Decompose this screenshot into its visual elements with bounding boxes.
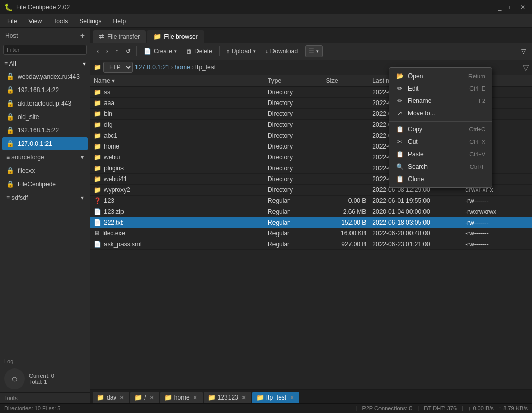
col-header-type[interactable]: Type <box>265 75 323 87</box>
sidebar-item-filecentipede[interactable]: 🔒 FileCentipede <box>2 178 88 190</box>
sidebar-add-button[interactable]: + <box>80 31 85 40</box>
shield-icon-2: 🔒 <box>6 86 14 94</box>
file-name-cell: 📁 abc1 <box>90 130 265 141</box>
ctx-open[interactable]: 📂 Open Return <box>389 70 492 82</box>
tab-file-browser[interactable]: 📁 File browser <box>147 30 204 43</box>
breadcrumb-root[interactable]: 127.0.0.1:21 <box>135 64 170 71</box>
file-modified-cell: 2022-06-01 19:55:00 <box>369 196 462 207</box>
breadcrumb-home[interactable]: home <box>175 64 190 71</box>
col-header-name[interactable]: Name ▾ <box>90 75 265 87</box>
protocol-select[interactable]: FTP <box>103 62 133 73</box>
sidebar-group-sdfsdf[interactable]: ≡ sdfsdf ▾ <box>2 191 88 204</box>
file-name-cell: 📁 home <box>90 141 265 152</box>
bottom-tab-root[interactable]: 📁 / ✕ <box>130 392 159 403</box>
menu-file[interactable]: File <box>2 16 22 26</box>
table-row[interactable]: 📄 123.zip Regular 2.66 MB 2020-01-04 00:… <box>90 207 532 217</box>
back-button[interactable]: ‹ <box>94 46 102 57</box>
sidebar-item-192-168-1-5[interactable]: 🔒 192.168.1.5:22 <box>2 124 88 137</box>
toolbar: ‹ › ↑ ↺ 📄 Create ▾ 🗑 Delete ↑ Upload ▾ ↓… <box>90 43 532 60</box>
ctx-clone[interactable]: 📋 Clone <box>389 173 492 185</box>
file-perms-cell: -rw------- <box>462 228 532 239</box>
cut-icon: ✂ <box>396 138 404 145</box>
download-button[interactable]: ↓ Download <box>261 46 302 57</box>
sidebar-item-webdav-yandex[interactable]: 🔒 webdav.yandex.ru:443 <box>2 70 88 83</box>
bottom-tab-ftp-test-close[interactable]: ✕ <box>288 395 295 401</box>
folder-icon-dav: 📁 <box>97 394 104 401</box>
table-row[interactable]: ❓ 123 Regular 0.00 B 2022-06-01 19:55:00… <box>90 196 532 207</box>
maximize-button[interactable]: □ <box>506 2 516 12</box>
ctx-search-label: Search <box>408 163 428 170</box>
sidebar-filter-input[interactable] <box>3 45 87 55</box>
hamburger-icon: ☰ <box>309 48 314 55</box>
menu-tools[interactable]: Tools <box>48 16 73 26</box>
ctx-paste[interactable]: 📋 Paste Ctrl+V <box>389 148 492 160</box>
ctx-copy[interactable]: 📋 Copy Ctrl+C <box>389 123 492 136</box>
shield-icon-6: 🔒 <box>6 140 14 148</box>
menu-help[interactable]: Help <box>108 16 131 26</box>
delete-button[interactable]: 🗑 Delete <box>182 46 217 57</box>
create-button[interactable]: 📄 Create ▾ <box>140 46 181 57</box>
bottom-tab-home-close[interactable]: ✕ <box>192 395 199 401</box>
upload-dropdown-arrow: ▾ <box>253 49 256 54</box>
file-perms-cell: -rw------- <box>462 217 532 228</box>
app-title: File Centipede 2.02 <box>16 4 70 11</box>
sidebar-connections: 🔒 webdav.yandex.ru:443 🔒 192.168.1.4:22 … <box>0 69 90 356</box>
col-header-size[interactable]: Size <box>323 75 369 87</box>
ctx-rename[interactable]: ✏ Rename F2 <box>389 95 492 107</box>
table-row[interactable]: 📄 222.txt Regular 152.00 B 2022-06-18 03… <box>90 217 532 228</box>
bottom-tab-dav-close[interactable]: ✕ <box>118 395 125 401</box>
tabs-bar: ⇄ File transfer 📁 File browser <box>90 28 532 43</box>
ctx-edit[interactable]: ✏ Edit Ctrl+E <box>389 82 492 95</box>
bottom-tab-home[interactable]: 📁 home ✕ <box>160 392 203 403</box>
menu-view[interactable]: View <box>23 16 47 26</box>
sidebar-item-127-0-0-1[interactable]: 🔒 127.0.0.1:21 <box>2 137 88 150</box>
file-type-icon: 📁 <box>94 132 101 139</box>
sidebar-item-filecxx[interactable]: 🔒 filecxx <box>2 164 88 177</box>
upload-button[interactable]: ↑ Upload ▾ <box>222 46 260 57</box>
sidebar-item-192-168-1-4[interactable]: 🔒 192.168.1.4:22 <box>2 83 88 96</box>
sidebar-group-sourceforge[interactable]: ≡ sourceforge ▾ <box>2 151 88 164</box>
sidebar-item-aki-teracloud[interactable]: 🔒 aki.teracloud.jp:443 <box>2 97 88 110</box>
bottom-tab-123123[interactable]: 📁 123123 ✕ <box>204 392 251 403</box>
more-menu-button[interactable]: ☰ ▾ <box>305 45 323 57</box>
bottom-tab-ftp-test[interactable]: 📁 ftp_test ✕ <box>252 392 299 403</box>
breadcrumb: 127.0.0.1:21 › home › ftp_test <box>135 64 216 71</box>
file-type-icon: 📄 <box>94 241 101 248</box>
table-row[interactable]: 🖥 filec.exe Regular 16.00 KB 2022-06-20 … <box>90 228 532 239</box>
bottom-tab-dav[interactable]: 📁 dav ✕ <box>93 392 129 403</box>
ctx-search[interactable]: 🔍 Search Ctrl+F <box>389 160 492 173</box>
filter-button[interactable]: ▽ <box>518 46 529 57</box>
tab-file-transfer[interactable]: ⇄ File transfer <box>93 30 146 43</box>
close-button[interactable]: ✕ <box>518 2 528 12</box>
file-size-cell <box>323 98 369 109</box>
file-type-icon: 📁 <box>94 175 101 183</box>
refresh-button[interactable]: ↺ <box>123 46 134 57</box>
file-name-cell: 📄 123.zip <box>90 207 265 217</box>
sidebar-all-item[interactable]: ≡ All ▾ <box>0 58 90 69</box>
file-type-cell: Regular <box>265 228 323 239</box>
file-size-cell <box>323 109 369 120</box>
tools-label: Tools <box>4 395 18 401</box>
ctx-moveto[interactable]: ↗ Move to... <box>389 107 492 120</box>
open-icon: 📂 <box>396 72 404 80</box>
minimize-button[interactable]: _ <box>495 2 505 12</box>
file-name-cell: ❓ 123 <box>90 196 265 207</box>
file-name-cell: 📁 plugins <box>90 163 265 174</box>
up-button[interactable]: ↑ <box>112 46 121 57</box>
titlebar-left: 🐛 File Centipede 2.02 <box>4 3 70 11</box>
sidebar-item-old-site[interactable]: 🔒 old_site <box>2 110 88 123</box>
table-row[interactable]: 📄 ask_pass.sml Regular 927.00 B 2022-06-… <box>90 239 532 250</box>
bottom-tab-123123-close[interactable]: ✕ <box>240 395 247 401</box>
bottom-tab-123123-label: 123123 <box>218 394 238 401</box>
ctx-edit-label: Edit <box>408 85 419 92</box>
forward-button[interactable]: › <box>103 46 111 57</box>
bottom-tab-root-close[interactable]: ✕ <box>148 395 155 401</box>
ctx-cut[interactable]: ✂ Cut Ctrl+X <box>389 136 492 148</box>
menu-settings[interactable]: Settings <box>74 16 107 26</box>
breadcrumb-current[interactable]: ftp_test <box>195 64 216 71</box>
address-filter-icon[interactable]: ▽ <box>523 63 529 72</box>
file-name-cell: 📄 ask_pass.sml <box>90 239 265 250</box>
file-type-cell: Directory <box>265 152 323 163</box>
filter-icon: ▽ <box>521 48 526 55</box>
file-name-cell: 📁 webui41 <box>90 174 265 185</box>
